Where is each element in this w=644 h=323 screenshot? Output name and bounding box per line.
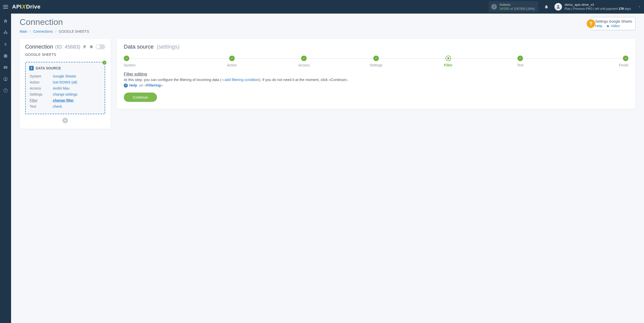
datasource-number: 1 [29,66,34,70]
user-circle-icon [3,76,8,82]
check-icon [125,57,128,60]
video-link[interactable]: Video [611,24,620,28]
breadcrumb-current: GOOGLE SHEETS [59,29,89,33]
gear-icon [89,45,93,49]
nav-videos[interactable] [0,62,11,72]
help-topic-link[interactable]: Filtering [146,83,161,87]
nav-home[interactable] [0,16,11,26]
ds-row-action: Action Get ROWS (all) [30,79,101,85]
actions-usage-box[interactable]: i Actions: 18'055 of 100'000 (18%) [489,1,538,13]
add-filtering-condition-link[interactable]: add filtering condition [225,78,259,82]
step-settings[interactable]: Settings [340,56,412,67]
svg-point-3 [5,78,6,79]
stepper: SystemActionAccessSettingsFilterTestFini… [124,56,628,67]
continue-button[interactable]: Continue [124,93,157,102]
ds-label-settings: Settings [30,92,52,97]
step-system[interactable]: System [124,56,196,67]
connection-heading: Connection [25,44,53,50]
datasource-title: DATA SOURCE [36,66,61,70]
actions-of-word: of [510,7,513,11]
breadcrumbs: Main / Connections / GOOGLE SHEETS [20,29,89,33]
briefcase-icon [3,53,8,58]
nav-account[interactable] [0,74,11,84]
step-finish[interactable]: Finish [556,56,628,67]
copy-icon [83,45,87,49]
service-name: GOOGLE SHEETS [25,53,105,57]
help-card-title: Settings Google Sheets [595,19,632,23]
hamburger-icon [3,5,8,9]
logo[interactable]: APIXDrive [12,4,41,10]
ds-value-settings[interactable]: change settings [53,92,77,96]
help-inline-icon: ? [124,84,128,88]
user-icon [556,4,561,9]
breadcrumb-connections[interactable]: Connections [33,29,53,33]
actions-used: 18'055 [499,7,509,11]
plan-name: Premium PRO [573,7,592,11]
ds-label-filter: Filter [30,98,37,102]
datasource-settings-card: Data source (settings) SystemActionAcces… [117,39,635,109]
datasource-box[interactable]: 1 DATA SOURCE System Google Sheets Actio… [25,62,105,114]
plan-prefix: Plan | [565,7,572,11]
actions-pct: (18%) [526,7,535,11]
ds-row-settings: Settings change settings [30,92,101,97]
dollar-icon: $ [3,42,8,47]
help-on: on « [139,83,146,87]
settings-button[interactable] [89,45,93,49]
step-dot [229,56,235,61]
logo-text-post: Drive [26,4,41,10]
check-icon [302,57,305,60]
actions-label: Actions: [499,3,535,7]
ds-value-access[interactable]: Andrii Mav [53,86,69,90]
nav-billing[interactable]: $ [0,39,11,49]
left-rail: $ ? [0,14,11,323]
ds-value-system[interactable]: Google Sheets [53,74,76,78]
step-dot [446,56,451,61]
step-dot [623,56,628,61]
nav-help[interactable]: ? [0,86,11,96]
step-action[interactable]: Action [196,56,268,67]
svg-text:?: ? [5,89,6,92]
check-icon [230,57,233,60]
copy-button[interactable] [82,45,87,49]
help-link[interactable]: Help [595,24,602,28]
page-title: Connection [20,17,89,27]
nav-connections[interactable] [0,28,11,38]
main-content: Connection Main / Connections / GOOGLE S… [11,14,644,323]
check-icon [519,57,522,60]
right-heading-sub: (settings) [157,44,179,50]
connection-toggle[interactable] [96,44,105,49]
step-dot [517,56,523,61]
notifications-button[interactable] [541,5,551,9]
status-ok-badge [102,60,107,65]
help-card: ? Settings Google Sheets Help Video [591,17,635,30]
desc-post: ). If you do not need it at the moment, … [259,78,348,82]
svg-text:$: $ [5,42,7,46]
ds-value-filter[interactable]: change filter [53,98,74,102]
help-inline-link[interactable]: Help [129,83,137,87]
step-filter[interactable]: Filter [412,56,484,67]
help-badge-icon[interactable]: ? [587,19,595,28]
step-access[interactable]: Access [268,56,340,67]
ds-value-action[interactable]: Get ROWS (all) [53,80,77,84]
user-menu[interactable]: demo_apix-drive_s3 Plan | Premium PRO | … [554,3,641,11]
ds-value-test[interactable]: check [53,104,62,108]
desc-pre: At this step, you can configure the filt… [124,78,222,82]
step-test[interactable]: Test [484,56,556,67]
ds-row-access: Access Andrii Mav [30,86,101,91]
nav-business[interactable] [0,51,11,61]
breadcrumb-main[interactable]: Main [20,29,27,33]
help-close: » [161,83,163,87]
ds-label-access: Access [30,86,52,91]
add-block-button[interactable]: + [62,118,68,123]
topbar: APIXDrive i Actions: 18'055 of 100'000 (… [0,0,644,14]
ds-label-action: Action [30,79,52,85]
step-label: Finish [619,63,628,67]
ds-row-system: System Google Sheets [30,73,101,79]
video-icon [606,25,610,28]
youtube-icon [3,65,8,70]
connection-card: Connection (ID: 45683) GOOGLE SHEETS [20,39,111,129]
plan-mid: | left until payment [593,7,618,11]
step-label: Test [517,63,524,67]
plan-days-word: days [625,7,631,11]
menu-button[interactable] [0,0,11,14]
